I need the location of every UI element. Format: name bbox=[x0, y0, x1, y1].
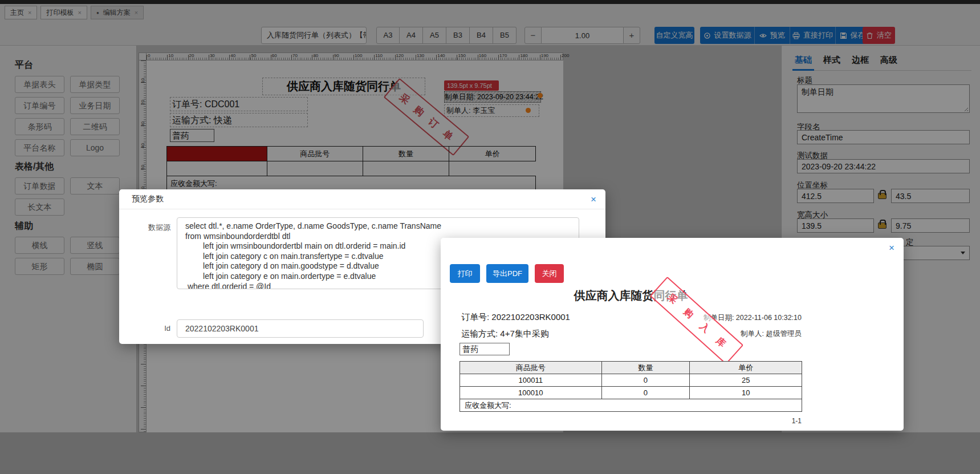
id-label: Id bbox=[141, 324, 170, 333]
datasource-label: 数据源 bbox=[141, 222, 170, 233]
preview-drug-type: 普药 bbox=[459, 343, 510, 355]
preview-table-body: 商品批号数量单价100011025100010010应收金额大写: bbox=[460, 362, 802, 412]
preview-params-header: 预览参数 × bbox=[119, 189, 605, 209]
preview-table-header-cell: 商品批号 bbox=[460, 362, 602, 374]
preview-table-row: 100011025 bbox=[460, 374, 802, 387]
preview-table-header-row: 商品批号数量单价 bbox=[460, 362, 802, 374]
preview-table-header-cell: 单价 bbox=[690, 362, 802, 374]
preview-make-date: 制单日期: 2022-11-06 10:32:10 bbox=[704, 313, 802, 323]
print-preview-actions: 打印 导出PDF 关闭 bbox=[450, 264, 564, 283]
preview-table-cell: 25 bbox=[690, 374, 802, 387]
close-icon[interactable]: × bbox=[889, 243, 894, 253]
close-button[interactable]: 关闭 bbox=[535, 264, 564, 283]
preview-params-title: 预览参数 bbox=[132, 194, 164, 204]
preview-table-header-cell: 数量 bbox=[601, 362, 690, 374]
preview-table-cell: 100011 bbox=[460, 374, 602, 387]
preview-table-cell: 10 bbox=[690, 387, 802, 399]
preview-table: 商品批号数量单价100011025100010010应收金额大写: bbox=[459, 361, 802, 412]
preview-table-footer-row: 应收金额大写: bbox=[460, 399, 802, 412]
print-button[interactable]: 打印 bbox=[450, 264, 480, 283]
preview-doc-title: 供应商入库随货同行单 bbox=[459, 288, 803, 303]
close-icon[interactable]: × bbox=[591, 195, 596, 204]
app-screen: 主页×打印模板×●编辑方案× 入库随货同行单（列表式）【带 A3A4A5B3B4… bbox=[0, 0, 980, 474]
preview-order-no: 订单号: 2022102203RK0001 bbox=[461, 312, 570, 323]
preview-table-row: 100010010 bbox=[460, 387, 802, 399]
id-input[interactable] bbox=[177, 319, 424, 338]
preview-table-cell: 100010 bbox=[460, 387, 602, 399]
export-pdf-button[interactable]: 导出PDF bbox=[486, 264, 528, 283]
preview-table-footer-cell: 应收金额大写: bbox=[460, 399, 802, 412]
preview-table-cell: 0 bbox=[601, 374, 690, 387]
preview-maker: 制单人: 超级管理员 bbox=[741, 329, 802, 339]
preview-table-cell: 0 bbox=[601, 387, 690, 399]
page-indicator: 1-1 bbox=[792, 417, 802, 425]
print-preview-modal: × 打印 导出PDF 关闭 供应商入库随货同行单 订单号: 2022102203… bbox=[441, 238, 904, 431]
preview-transport: 运输方式: 4+7集中采购 bbox=[461, 329, 549, 339]
